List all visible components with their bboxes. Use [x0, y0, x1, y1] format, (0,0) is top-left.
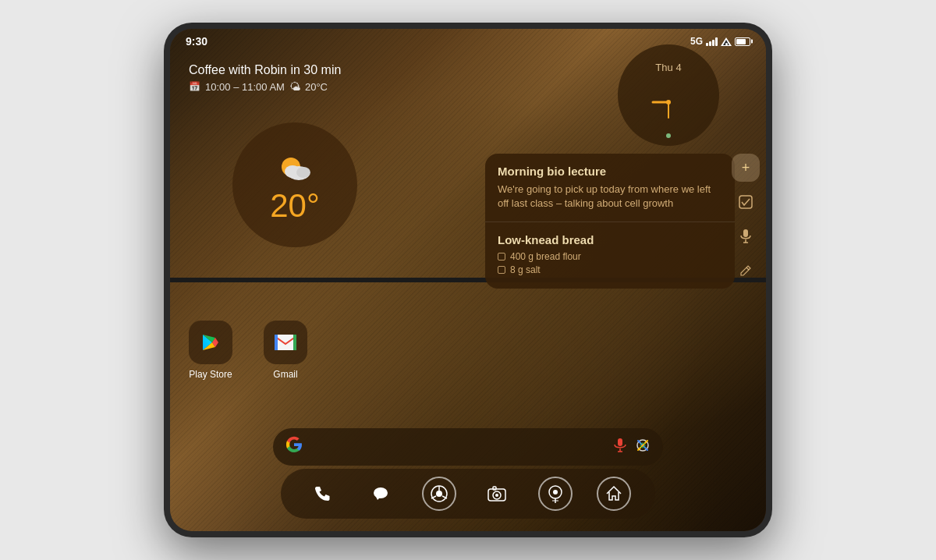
calendar-widget[interactable]: Coffee with Robin in 30 min 📅 10:00 – 11… [189, 63, 341, 93]
battery-icon [735, 37, 750, 46]
weather-icon [275, 151, 314, 190]
signal-bars-icon [706, 37, 718, 46]
clock-date-label: Thu 4 [655, 62, 681, 73]
calendar-weather: 20°C [305, 81, 328, 93]
notes-card-2-item-2: 8 g salt [498, 264, 722, 275]
calendar-icon: 📅 [189, 81, 200, 92]
dock-icon-messages[interactable] [363, 477, 398, 511]
google-g-logo [285, 436, 303, 458]
svg-point-6 [666, 100, 671, 105]
app-icon-gmail[interactable]: Gmail [264, 321, 307, 380]
calendar-event-title: Coffee with Robin in 30 min [189, 63, 341, 77]
dock-icon-camera[interactable] [480, 477, 514, 511]
notes-card-2-item-1: 400 g bread flour [498, 251, 722, 262]
svg-point-3 [296, 167, 310, 178]
svg-point-20 [374, 487, 388, 498]
app-icons-row: Play Store Gmail [189, 321, 307, 380]
svg-rect-13 [275, 335, 278, 350]
dock-icon-phone[interactable] [305, 477, 339, 511]
notes-card-2-title: Low-knead bread [498, 233, 722, 246]
phone-device: 9:30 5G [164, 23, 772, 537]
notes-widget[interactable]: Morning bio lecture We're going to pick … [485, 154, 735, 289]
gmail-label: Gmail [273, 369, 297, 380]
notes-mic-button[interactable] [732, 222, 760, 250]
clock-face [641, 75, 696, 129]
dock-icon-chrome[interactable] [422, 477, 456, 511]
play-store-icon [189, 321, 232, 364]
notes-actions: + [732, 154, 760, 285]
gmail-icon [264, 321, 307, 364]
search-lens-icon[interactable] [635, 438, 651, 457]
dock [281, 469, 655, 519]
status-right-group: 5G [690, 36, 750, 47]
notes-card-2: Low-knead bread 400 g bread flour 8 g sa… [485, 222, 735, 289]
dock-icon-home[interactable] [597, 477, 631, 511]
svg-line-11 [746, 268, 749, 270]
calendar-event-details: 📅 10:00 – 11:00 AM 🌤 20°C [189, 80, 341, 93]
svg-point-29 [495, 494, 498, 497]
clock-status-dot [666, 133, 671, 138]
weather-small-icon: 🌤 [289, 80, 300, 93]
svg-rect-15 [618, 438, 622, 446]
wifi-icon [721, 37, 732, 46]
svg-point-31 [553, 490, 558, 494]
svg-rect-14 [293, 335, 296, 350]
notes-pencil-button[interactable] [732, 257, 760, 285]
svg-rect-28 [493, 487, 496, 490]
notes-card-1-title: Morning bio lecture [498, 165, 722, 178]
dock-icon-maps[interactable] [538, 477, 573, 511]
notes-card-1-body: We're going to pick up today from where … [498, 183, 722, 211]
weather-temperature: 20° [270, 190, 320, 222]
svg-rect-7 [739, 196, 752, 208]
clock-widget[interactable]: Thu 4 [618, 44, 719, 146]
calendar-time: 10:00 – 11:00 AM [205, 81, 285, 93]
play-store-label: Play Store [189, 369, 232, 380]
notes-check-button[interactable] [732, 188, 760, 216]
notes-add-button[interactable]: + [732, 154, 760, 182]
search-mic-icon[interactable] [613, 438, 627, 457]
weather-widget[interactable]: 20° [232, 122, 357, 247]
search-bar[interactable] [273, 428, 663, 466]
svg-rect-8 [743, 229, 748, 237]
signal-label: 5G [690, 36, 703, 47]
svg-point-22 [436, 491, 442, 497]
svg-rect-12 [275, 335, 296, 350]
notes-card-1: Morning bio lecture We're going to pick … [485, 154, 735, 222]
app-icon-play-store[interactable]: Play Store [189, 321, 232, 380]
status-time: 9:30 [186, 35, 207, 48]
